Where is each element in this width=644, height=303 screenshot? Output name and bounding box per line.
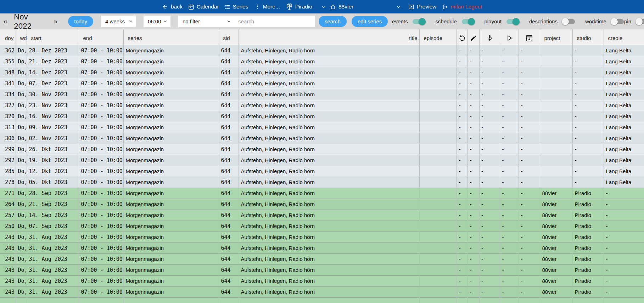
- cell-doy: 243: [0, 231, 16, 242]
- cell-c_edit: [467, 297, 479, 303]
- nav-back[interactable]: back: [162, 4, 183, 10]
- header-episode[interactable]: episode: [419, 29, 457, 45]
- filter-select[interactable]: no filter: [178, 16, 234, 27]
- events-switch[interactable]: [412, 18, 425, 25]
- header-end[interactable]: end: [79, 29, 123, 45]
- cell-studio: -: [572, 56, 604, 67]
- nav-calendar[interactable]: Calendar: [188, 4, 219, 10]
- cell-wd: Do,: [16, 231, 27, 242]
- piradio-dropdown-chevron[interactable]: [321, 4, 326, 10]
- cell-c_save: -: [519, 264, 540, 275]
- header-project[interactable]: project: [540, 29, 572, 45]
- cell-series: Morgenmagazin: [123, 100, 219, 111]
- cell-start: 07. Sep 2023: [27, 221, 79, 231]
- schedule-row[interactable]: 348Do,14. Dez 202307:00 - 10:00Morgenmag…: [0, 67, 644, 78]
- cell-episode: [419, 144, 457, 155]
- header-undo[interactable]: [457, 29, 467, 45]
- header-sid[interactable]: sid: [219, 29, 239, 45]
- cell-series: Morgenmagazin: [123, 242, 219, 253]
- schedule-row[interactable]: [0, 297, 644, 303]
- header-creole[interactable]: creole: [604, 29, 644, 45]
- range-select[interactable]: 4 weeks: [101, 16, 136, 27]
- logout-icon: [442, 4, 448, 10]
- nav-piradio[interactable]: Piradio: [286, 4, 312, 10]
- preview-icon: [408, 4, 414, 10]
- cell-sid: 644: [219, 111, 239, 122]
- header-doy[interactable]: doy: [0, 29, 16, 45]
- toggle-pin: pin: [624, 18, 644, 25]
- nav-logout[interactable]: milan Logout: [442, 4, 482, 10]
- schedule-row[interactable]: 243Do,31. Aug 202307:00 - 10:00Morgenmag…: [0, 275, 644, 286]
- schedule-row[interactable]: 278Do,05. Okt 202307:00 - 10:00Morgenmag…: [0, 177, 644, 188]
- cell-doy: 327: [0, 100, 16, 111]
- edit-series-button[interactable]: edit series: [352, 16, 388, 27]
- schedule-row[interactable]: 264Do,21. Sep 202307:00 - 10:00Morgenmag…: [0, 199, 644, 210]
- schedule-row[interactable]: 306Do,02. Nov 202307:00 - 10:00Morgenmag…: [0, 133, 644, 144]
- schedule-row[interactable]: 299Do,26. Okt 202307:00 - 10:00Morgenmag…: [0, 144, 644, 155]
- search-input[interactable]: [234, 16, 315, 27]
- schedule-row[interactable]: 243Do,31. Aug 202307:00 - 10:00Morgenmag…: [0, 242, 644, 253]
- cell-doy: 313: [0, 122, 16, 133]
- schedule-row[interactable]: 355Do,21. Dez 202307:00 - 10:00Morgenmag…: [0, 56, 644, 67]
- header-mic[interactable]: [479, 29, 500, 45]
- cell-series: Morgenmagazin: [123, 78, 219, 89]
- cell-studio: -: [572, 133, 604, 144]
- header-title[interactable]: title: [239, 29, 419, 45]
- next-month-button[interactable]: »: [52, 17, 59, 25]
- schedule-row[interactable]: 243Do,31. Aug 202307:00 - 10:00Morgenmag…: [0, 286, 644, 297]
- cell-sid: 644: [219, 166, 239, 177]
- pin-switch[interactable]: [636, 18, 644, 25]
- header-edit[interactable]: [467, 29, 479, 45]
- schedule-row[interactable]: 243Do,31. Aug 202307:00 - 10:00Morgenmag…: [0, 253, 644, 264]
- playout-switch[interactable]: [506, 18, 519, 25]
- cell-c_undo: -: [457, 133, 467, 144]
- schedule-row[interactable]: 341Do,07. Dez 202307:00 - 10:00Morgenmag…: [0, 78, 644, 89]
- cell-c_mic: -: [479, 210, 500, 221]
- header-start[interactable]: start: [27, 29, 79, 45]
- nav-calendar-label: Calendar: [197, 4, 219, 10]
- cell-c_undo: -: [457, 231, 467, 242]
- schedule-row[interactable]: 313Do,09. Nov 202307:00 - 10:00Morgenmag…: [0, 122, 644, 133]
- worktime-switch[interactable]: [611, 18, 624, 25]
- cell-c_undo: -: [457, 45, 467, 56]
- today-button[interactable]: today: [68, 16, 93, 27]
- schedule-row[interactable]: 285Do,12. Okt 202307:00 - 10:00Morgenmag…: [0, 166, 644, 177]
- nav-back-label: back: [171, 4, 183, 10]
- cell-series: Morgenmagazin: [123, 188, 219, 199]
- schedule-row[interactable]: 320Do,16. Nov 202307:00 - 10:00Morgenmag…: [0, 111, 644, 122]
- toggle-events: events: [392, 18, 425, 25]
- header-studio[interactable]: studio: [572, 29, 604, 45]
- search-button[interactable]: search: [319, 16, 347, 27]
- schedule-row[interactable]: 243Do,31. Aug 202307:00 - 10:00Morgenmag…: [0, 231, 644, 242]
- descriptions-switch[interactable]: [562, 18, 575, 25]
- cell-creole: -: [604, 264, 644, 275]
- header-play[interactable]: [500, 29, 519, 45]
- nav-88vier[interactable]: 88vier: [330, 4, 353, 10]
- channel-dropdown-chevron[interactable]: [396, 4, 401, 10]
- cell-doy: 264: [0, 199, 16, 210]
- cell-wd: Do,: [16, 56, 27, 67]
- schedule-row[interactable]: 334Do,30. Nov 202307:00 - 10:00Morgenmag…: [0, 89, 644, 100]
- cell-creole: Lang Belta: [604, 122, 644, 133]
- nav-series[interactable]: Series: [224, 4, 248, 10]
- microphone-icon: [486, 34, 493, 42]
- cell-end: 07:00 - 10:00: [79, 111, 123, 122]
- schedule-row[interactable]: 327Do,23. Nov 202307:00 - 10:00Morgenmag…: [0, 100, 644, 111]
- cell-project: 88vier: [540, 221, 572, 231]
- schedule-row[interactable]: 257Do,14. Sep 202307:00 - 10:00Morgenmag…: [0, 210, 644, 221]
- schedule-row[interactable]: 362Do,28. Dez 202307:00 - 10:00Morgenmag…: [0, 45, 644, 56]
- prev-month-button[interactable]: «: [2, 17, 9, 25]
- time-select[interactable]: 06:00: [144, 16, 170, 27]
- header-save[interactable]: [519, 29, 540, 45]
- schedule-row[interactable]: 292Do,19. Okt 202307:00 - 10:00Morgenmag…: [0, 155, 644, 166]
- cell-project: [540, 166, 572, 177]
- nav-more[interactable]: More...: [254, 4, 280, 10]
- schedule-row[interactable]: 271Do,28. Sep 202307:00 - 10:00Morgenmag…: [0, 188, 644, 199]
- header-series[interactable]: series: [123, 29, 219, 45]
- schedule-row[interactable]: 243Do,31. Aug 202307:00 - 10:00Morgenmag…: [0, 264, 644, 275]
- header-wd[interactable]: wd: [16, 29, 27, 45]
- schedule-switch[interactable]: [461, 18, 475, 25]
- schedule-row[interactable]: 250Do,07. Sep 202307:00 - 10:00Morgenmag…: [0, 221, 644, 231]
- cell-wd: Do,: [16, 253, 27, 264]
- nav-preview[interactable]: Preview: [408, 4, 436, 10]
